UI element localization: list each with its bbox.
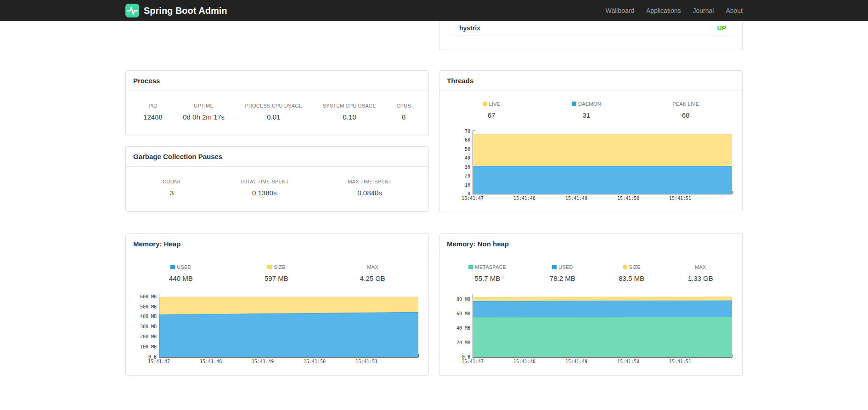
- size-swatch-icon: [267, 265, 272, 269]
- legend-daemon: DAEMON 31: [572, 101, 601, 119]
- legend-live: LIVE 67: [483, 101, 501, 119]
- metric-value: 0.0840s: [348, 189, 392, 197]
- svg-text:15:41:51: 15:41:51: [355, 359, 378, 364]
- brand-title: Spring Boot Admin: [144, 6, 227, 16]
- svg-text:15:41:48: 15:41:48: [200, 359, 222, 364]
- threads-panel-title: Threads: [440, 71, 742, 91]
- svg-text:15:41:49: 15:41:49: [252, 359, 274, 364]
- memory-nonheap-title: Memory: Non heap: [440, 234, 742, 254]
- threads-panel: Threads LIVE 67 DAEMON 31 PEAK LIVE 68: [439, 70, 743, 212]
- heap-legend: USED 440 MB SIZE 597 MB MAX 4.25 GB: [126, 254, 428, 282]
- threads-legend: LIVE 67 DAEMON 31 PEAK LIVE 68: [440, 91, 742, 119]
- nav-link-applications[interactable]: Applications: [640, 7, 687, 14]
- health-row-hystrix: hystrix UP: [447, 21, 735, 35]
- memory-nonheap-panel: Memory: Non heap METASPACE 55.7 MB USED …: [439, 233, 743, 376]
- metric-value: 0.10: [323, 113, 376, 121]
- svg-text:15:41:47: 15:41:47: [462, 196, 484, 201]
- metric-label: TOTAL TIME SPENT: [240, 179, 289, 184]
- metric-label: CPUS: [396, 103, 411, 108]
- metric-label: SYSTEM CPU USAGE: [323, 103, 376, 108]
- process-panel: Process PID 12488 UPTIME 0d 0h 2m 17s PR…: [125, 70, 429, 136]
- svg-text:20: 20: [465, 173, 470, 178]
- legend-label: USED: [177, 264, 191, 270]
- used-swatch-icon: [552, 265, 557, 269]
- svg-text:15:41:47: 15:41:47: [462, 359, 484, 364]
- svg-text:15:41:49: 15:41:49: [565, 196, 587, 201]
- legend-max: MAX 4.25 GB: [360, 264, 385, 282]
- health-panel-spacer: [440, 35, 742, 50]
- legend-label: SIZE: [274, 264, 285, 270]
- nav-links: Wallboard Applications Journal About: [599, 7, 743, 14]
- svg-text:15:41:49: 15:41:49: [565, 359, 587, 364]
- svg-text:80 MB: 80 MB: [457, 297, 470, 302]
- metric-value: 8: [396, 113, 411, 121]
- legend-label: MAX: [367, 264, 378, 270]
- svg-text:15:41:50: 15:41:50: [304, 359, 326, 364]
- svg-text:15:41:48: 15:41:48: [513, 359, 535, 364]
- memory-heap-chart: 0 B100 MB200 MB300 MB400 MB500 MB600 MB1…: [133, 291, 421, 365]
- metric-gc-max-time: MAX TIME SPENT 0.0840s: [348, 179, 392, 197]
- legend-value: 83.5 MB: [619, 274, 644, 282]
- nav-link-wallboard[interactable]: Wallboard: [599, 7, 640, 14]
- brand-logo-icon: [125, 4, 139, 17]
- gc-panel: Garbage Collection Pauses COUNT 3 TOTAL …: [125, 146, 429, 212]
- legend-used: USED 78.2 MB: [550, 264, 575, 282]
- brand[interactable]: Spring Boot Admin: [125, 4, 227, 17]
- health-item-name: hystrix: [447, 24, 480, 32]
- nav-link-about[interactable]: About: [720, 7, 743, 14]
- legend-label: MAX: [695, 264, 706, 270]
- svg-text:15:41:47: 15:41:47: [148, 359, 170, 364]
- process-panel-title: Process: [126, 71, 428, 91]
- metric-pid: PID 12488: [143, 103, 163, 121]
- used-swatch-icon: [170, 265, 175, 269]
- health-panel-partial: hystrix UP: [439, 21, 743, 50]
- metric-value: 0d 0h 2m 17s: [183, 113, 225, 121]
- legend-value: 440 MB: [169, 274, 193, 282]
- svg-text:100 MB: 100 MB: [140, 344, 157, 349]
- nav-link-journal[interactable]: Journal: [687, 7, 720, 14]
- legend-value: 55.7 MB: [468, 274, 506, 282]
- legend-label: DAEMON: [578, 101, 601, 107]
- legend-label: USED: [558, 264, 573, 270]
- svg-text:15:41:51: 15:41:51: [669, 359, 691, 364]
- legend-value: 68: [672, 111, 699, 119]
- svg-text:20 MB: 20 MB: [457, 340, 470, 345]
- svg-text:10: 10: [465, 182, 470, 188]
- gc-panel-title: Garbage Collection Pauses: [126, 147, 428, 167]
- svg-text:300 MB: 300 MB: [140, 324, 157, 329]
- metric-label: PROCESS CPU USAGE: [245, 103, 302, 108]
- memory-heap-title: Memory: Heap: [126, 234, 428, 254]
- nonheap-legend: METASPACE 55.7 MB USED 78.2 MB SIZE 83.5…: [440, 254, 742, 282]
- svg-text:15:41:50: 15:41:50: [617, 359, 639, 364]
- legend-used: USED 440 MB: [169, 264, 193, 282]
- legend-peak-live: PEAK LIVE 68: [672, 101, 699, 119]
- legend-label: PEAK LIVE: [672, 101, 699, 107]
- daemon-swatch-icon: [572, 102, 576, 106]
- svg-text:60 MB: 60 MB: [457, 311, 470, 316]
- svg-text:400 MB: 400 MB: [140, 314, 157, 319]
- legend-value: 4.25 GB: [360, 274, 385, 282]
- svg-text:200 MB: 200 MB: [140, 334, 157, 339]
- svg-text:15:41:51: 15:41:51: [669, 196, 691, 201]
- threads-chart: 01020304050607015:41:4715:41:4815:41:491…: [447, 128, 735, 202]
- process-metrics: PID 12488 UPTIME 0d 0h 2m 17s PROCESS CP…: [126, 91, 428, 136]
- legend-label: SIZE: [629, 264, 641, 270]
- svg-text:15:41:50: 15:41:50: [617, 196, 639, 201]
- health-status-badge: UP: [717, 24, 735, 32]
- metric-gc-total-time: TOTAL TIME SPENT 0.1380s: [240, 179, 289, 197]
- metric-label: PID: [143, 103, 163, 108]
- gc-metrics: COUNT 3 TOTAL TIME SPENT 0.1380s MAX TIM…: [126, 167, 428, 211]
- memory-nonheap-chart: 0 B20 MB40 MB60 MB80 MB15:41:4715:41:481…: [447, 291, 735, 365]
- legend-value: 67: [483, 111, 501, 119]
- legend-metaspace: METASPACE 55.7 MB: [468, 264, 506, 282]
- metric-cpus: CPUS 8: [396, 103, 411, 121]
- legend-value: 1.33 GB: [688, 274, 713, 282]
- metric-gc-count: COUNT 3: [163, 179, 181, 197]
- metric-system-cpu: SYSTEM CPU USAGE 0.10: [323, 103, 376, 121]
- svg-text:15:41:48: 15:41:48: [513, 196, 535, 201]
- svg-text:600 MB: 600 MB: [140, 294, 157, 299]
- metric-uptime: UPTIME 0d 0h 2m 17s: [183, 103, 225, 121]
- live-swatch-icon: [483, 102, 487, 106]
- top-left-empty-area: [125, 21, 429, 50]
- legend-label: LIVE: [489, 101, 501, 107]
